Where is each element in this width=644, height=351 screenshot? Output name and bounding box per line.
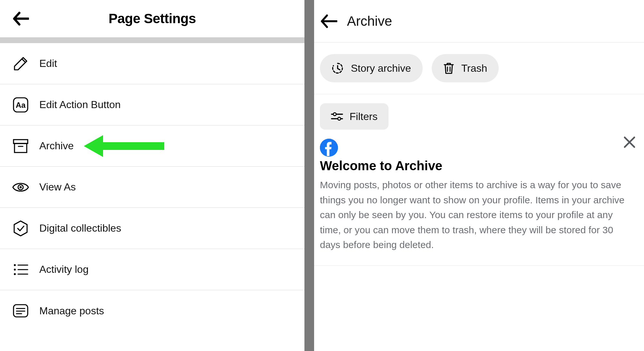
history-icon xyxy=(332,62,344,74)
facebook-logo-icon xyxy=(320,139,338,157)
menu-item-label: Edit xyxy=(39,58,57,69)
sliders-icon xyxy=(331,112,343,121)
menu-item-digital-collectibles[interactable]: Digital collectibles xyxy=(0,208,304,249)
hexagon-check-icon xyxy=(10,220,32,237)
page-title: Page Settings xyxy=(109,11,196,26)
chip-label: Trash xyxy=(461,62,487,74)
menu-item-edit-action-button[interactable]: Aa Edit Action Button xyxy=(0,84,304,125)
menu-item-archive[interactable]: Archive xyxy=(0,125,304,167)
archive-panel: Archive Story archive Trash xyxy=(314,0,644,351)
archive-tabs: Story archive Trash xyxy=(314,42,644,94)
aa-icon: Aa xyxy=(10,97,32,113)
welcome-body: Moving posts, photos or other items to a… xyxy=(320,178,638,253)
panel-gap xyxy=(304,0,314,351)
page-settings-panel: Page Settings Edit Aa Edit Action Button xyxy=(0,0,304,351)
back-button[interactable] xyxy=(12,12,29,26)
svg-point-23 xyxy=(338,117,341,120)
svg-text:Aa: Aa xyxy=(16,101,26,109)
back-button[interactable] xyxy=(320,14,337,29)
svg-point-7 xyxy=(20,186,22,188)
menu-item-edit[interactable]: Edit xyxy=(0,43,304,84)
filters-button[interactable]: Filters xyxy=(320,103,389,130)
archive-header: Archive xyxy=(314,0,644,42)
arrow-left-icon xyxy=(12,12,29,26)
settings-menu: Edit Aa Edit Action Button Archive xyxy=(0,43,304,331)
svg-rect-2 xyxy=(14,140,28,143)
svg-point-21 xyxy=(333,113,336,116)
chip-story-archive[interactable]: Story archive xyxy=(320,54,423,82)
filters-row: Filters xyxy=(314,94,644,133)
page-settings-header: Page Settings xyxy=(0,0,304,37)
close-button[interactable] xyxy=(623,135,636,149)
menu-item-label: Activity log xyxy=(39,263,89,275)
svg-rect-3 xyxy=(14,143,27,152)
filters-label: Filters xyxy=(350,111,378,123)
archive-box-icon xyxy=(10,139,32,153)
svg-point-9 xyxy=(14,269,16,271)
page-title: Archive xyxy=(347,14,392,29)
menu-item-view-as[interactable]: View As xyxy=(0,167,304,208)
svg-point-8 xyxy=(14,264,16,266)
menu-item-manage-posts[interactable]: Manage posts xyxy=(0,290,304,331)
menu-item-label: View As xyxy=(39,181,76,193)
menu-item-label: Digital collectibles xyxy=(39,222,121,234)
chip-trash[interactable]: Trash xyxy=(432,54,499,82)
divider-strip xyxy=(0,37,304,43)
welcome-card: Welcome to Archive Moving posts, photos … xyxy=(314,133,644,266)
arrow-left-icon xyxy=(320,14,337,29)
menu-item-activity-log[interactable]: Activity log xyxy=(0,249,304,290)
welcome-title: Welcome to Archive xyxy=(320,159,638,173)
menu-item-label: Edit Action Button xyxy=(39,99,121,111)
svg-marker-5 xyxy=(84,135,164,157)
chip-label: Story archive xyxy=(351,62,411,74)
pencil-icon xyxy=(10,56,32,71)
close-icon xyxy=(623,135,636,149)
list-bullets-icon xyxy=(10,263,32,276)
menu-item-label: Archive xyxy=(39,140,74,152)
eye-icon xyxy=(10,181,32,193)
svg-point-10 xyxy=(14,273,16,275)
menu-item-label: Manage posts xyxy=(39,305,104,317)
annotation-arrow-icon xyxy=(84,133,164,159)
trash-icon xyxy=(443,62,454,74)
document-lines-icon xyxy=(10,304,32,318)
